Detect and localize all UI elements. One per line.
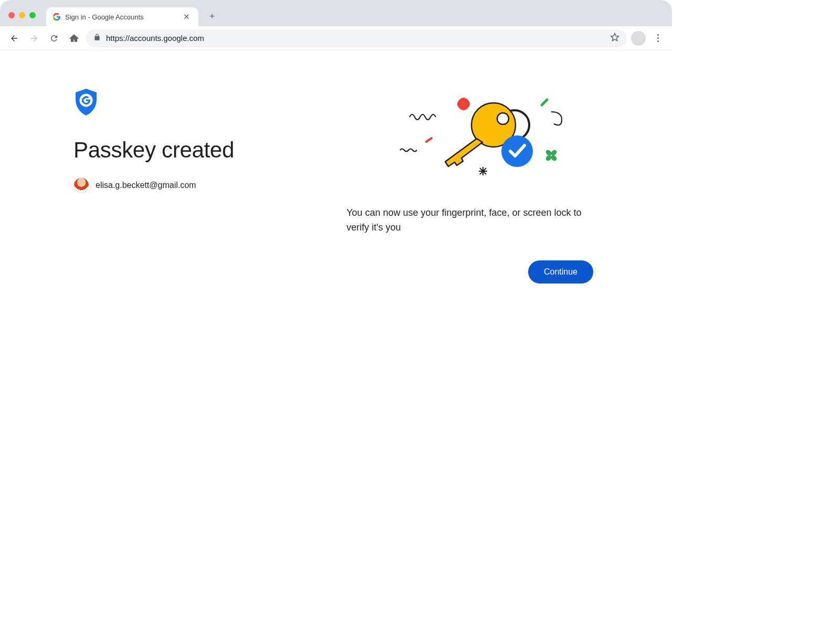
home-icon: [69, 34, 79, 43]
profile-avatar-button[interactable]: [631, 31, 646, 46]
new-tab-button[interactable]: +: [205, 9, 219, 24]
window-controls: [8, 12, 36, 18]
close-window-button[interactable]: [8, 12, 15, 18]
address-bar[interactable]: https://accounts.google.com: [86, 29, 627, 47]
page-heading: Passkey created: [74, 138, 326, 163]
browser-chrome: Sign in - Google Accounts ✕ + https://ac…: [0, 0, 672, 50]
browser-tab[interactable]: Sign in - Google Accounts ✕: [46, 7, 198, 26]
svg-point-13: [497, 113, 509, 124]
lock-icon: [93, 34, 101, 43]
reload-icon: [49, 34, 59, 43]
back-button[interactable]: [6, 30, 22, 46]
url-text: https://accounts.google.com: [106, 34, 204, 43]
left-column: Passkey created elisa.g.beckett@gmail.co…: [74, 88, 326, 284]
user-avatar: [74, 177, 89, 193]
arrow-right-icon: [29, 34, 39, 43]
reload-button[interactable]: [46, 30, 62, 46]
google-shield-logo: [74, 88, 99, 117]
svg-line-2: [542, 100, 547, 105]
svg-line-1: [426, 138, 432, 142]
tab-strip: Sign in - Google Accounts ✕ +: [0, 2, 672, 26]
browser-menu-button[interactable]: [650, 30, 666, 46]
passkey-illustration: [373, 88, 572, 193]
close-tab-icon[interactable]: ✕: [181, 11, 192, 23]
tab-title: Sign in - Google Accounts: [65, 13, 181, 21]
right-column: You can now use your fingerprint, face, …: [346, 88, 598, 284]
home-button[interactable]: [66, 30, 82, 46]
forward-button[interactable]: [26, 30, 42, 46]
minimize-window-button[interactable]: [19, 12, 25, 18]
browser-toolbar: https://accounts.google.com: [0, 26, 672, 50]
button-row: Continue: [346, 260, 593, 284]
arrow-left-icon: [9, 34, 19, 43]
google-favicon: [52, 13, 61, 21]
account-email: elisa.g.beckett@gmail.com: [96, 181, 196, 190]
bookmark-star-icon[interactable]: [610, 33, 620, 44]
account-chip[interactable]: elisa.g.beckett@gmail.com: [74, 177, 326, 193]
menu-dots-icon: [657, 34, 659, 36]
description-text: You can now use your fingerprint, face, …: [346, 206, 598, 235]
svg-point-14: [501, 135, 533, 167]
maximize-window-button[interactable]: [29, 12, 36, 18]
continue-button[interactable]: Continue: [528, 260, 593, 284]
page-content: Passkey created elisa.g.beckett@gmail.co…: [0, 50, 672, 284]
